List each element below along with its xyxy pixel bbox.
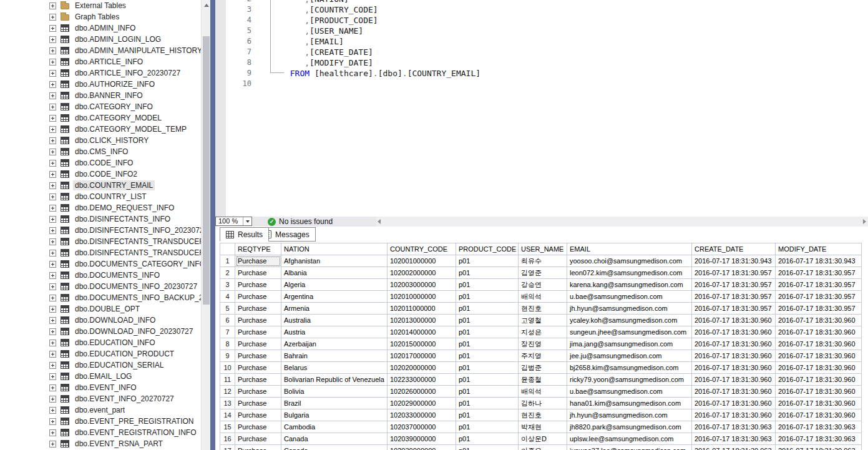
expand-plus-icon[interactable] xyxy=(49,328,56,335)
grid-cell[interactable]: 2016-07-17 18:31:30.957 xyxy=(776,303,862,315)
grid-cell[interactable]: Purchase xyxy=(235,374,281,386)
grid-cell[interactable]: p01 xyxy=(456,350,519,362)
grid-cell[interactable]: 주지영 xyxy=(519,350,567,362)
grid-cell[interactable]: 이상운D xyxy=(519,433,567,445)
row-number-cell[interactable]: 9 xyxy=(220,350,235,362)
row-number-cell[interactable]: 16 xyxy=(220,433,235,445)
expand-plus-icon[interactable] xyxy=(49,272,56,279)
expand-plus-icon[interactable] xyxy=(49,418,56,425)
grid-cell[interactable]: 2016-07-17 18:31:30.963 xyxy=(692,433,776,445)
row-number-cell[interactable]: 1 xyxy=(220,255,235,267)
grid-cell[interactable]: Purchase xyxy=(235,255,281,267)
tree-item-dbo-email-log[interactable]: dbo.EMAIL_LOG xyxy=(0,371,201,382)
row-number-cell[interactable]: 10 xyxy=(220,362,235,374)
grid-cell[interactable]: 2016-07-17 18:31:30.960 xyxy=(692,409,776,421)
grid-cell[interactable]: leon072.kim@samsungmedison.com xyxy=(567,267,692,279)
grid-cell[interactable]: 김하나 xyxy=(519,398,567,409)
expand-plus-icon[interactable] xyxy=(49,250,56,257)
row-number-cell[interactable]: 7 xyxy=(220,326,235,338)
grid-cell[interactable]: 102037000000 xyxy=(388,421,456,433)
row-number-cell[interactable]: 8 xyxy=(220,338,235,350)
zoom-level-combobox[interactable]: 100 % xyxy=(215,217,252,226)
grid-cell[interactable]: 102026000000 xyxy=(388,386,456,398)
grid-cell[interactable]: Armenia xyxy=(281,303,388,315)
editor-horizontal-scrollbar[interactable] xyxy=(376,217,868,227)
grid-cell[interactable]: p01 xyxy=(456,315,519,326)
grid-cell[interactable]: 박재현 xyxy=(519,421,567,433)
tree-item-dbo-disinfectants-info-20230727[interactable]: dbo.DISINFECTANTS_INFO_20230727 xyxy=(0,225,201,236)
grid-cell[interactable]: p01 xyxy=(456,338,519,350)
column-header-rownum[interactable] xyxy=(220,243,235,255)
expand-plus-icon[interactable] xyxy=(49,340,56,346)
tree-item-dbo-cms-info[interactable]: dbo.CMS_INFO xyxy=(0,146,201,157)
grid-cell[interactable]: u.bae@samsungmedison.com xyxy=(567,291,692,303)
tree-item-dbo-education-info[interactable]: dbo.EDUCATION_INFO xyxy=(0,337,201,348)
expand-plus-icon[interactable] xyxy=(49,70,56,77)
expand-plus-icon[interactable] xyxy=(49,306,56,313)
tree-item-dbo-event-rsna-part[interactable]: dbo.EVENT_RSNA_PART xyxy=(0,438,201,449)
tree-item-dbo-event-info-20270727[interactable]: dbo.EVENT_INFO_20270727 xyxy=(0,393,201,404)
column-header-EMAIL[interactable]: EMAIL xyxy=(567,243,692,255)
grid-cell[interactable]: Austria xyxy=(281,326,388,338)
grid-cell[interactable]: Purchase xyxy=(235,421,281,433)
grid-cell[interactable]: p01 xyxy=(456,386,519,398)
expand-plus-icon[interactable] xyxy=(49,92,56,99)
tab-results[interactable]: Results xyxy=(220,227,269,242)
grid-cell[interactable]: 102029000000 xyxy=(388,398,456,409)
grid-cell[interactable]: 2016-07-17 18:31:30.960 xyxy=(776,315,862,326)
row-number-cell[interactable]: 11 xyxy=(220,374,235,386)
expand-plus-icon[interactable] xyxy=(49,149,56,155)
tree-item-dbo-documents-category-info[interactable]: dbo.DOCUMENTS_CATEGORY_INFO xyxy=(0,258,201,270)
tree-item-dbo-admin-info[interactable]: dbo.ADMIN_INFO xyxy=(0,22,201,34)
column-header-NATION[interactable]: NATION xyxy=(281,243,388,255)
grid-cell[interactable]: Azerbaijan xyxy=(281,338,388,350)
grid-cell[interactable]: Cambodia xyxy=(281,421,388,433)
expand-plus-icon[interactable] xyxy=(49,182,56,189)
grid-cell[interactable]: Argentina xyxy=(281,291,388,303)
grid-cell[interactable]: p01 xyxy=(456,303,519,315)
column-header-MODIFY_DATE[interactable]: MODIFY_DATE xyxy=(776,243,862,255)
grid-cell[interactable]: jima.jang@samsungmedison.com xyxy=(567,338,692,350)
grid-cell[interactable]: 102039000000 xyxy=(388,445,456,450)
grid-cell[interactable]: Purchase xyxy=(235,386,281,398)
grid-cell[interactable]: 2016-07-17 18:31:30.960 xyxy=(776,374,862,386)
column-header-COUNTRY_CODE[interactable]: COUNTRY_CODE xyxy=(388,243,456,255)
grid-cell[interactable]: 현진호 xyxy=(519,409,567,421)
expand-plus-icon[interactable] xyxy=(49,295,56,301)
expand-plus-icon[interactable] xyxy=(49,317,56,324)
sql-code-editor[interactable]: 2,[NATION]3,[COUNTRY_CODE]4,[PRODUCT_COD… xyxy=(215,0,868,217)
column-header-USER_NAME[interactable]: USER_NAME xyxy=(519,243,567,255)
grid-cell[interactable]: p01 xyxy=(456,433,519,445)
tree-item-dbo-download-info-20230727[interactable]: dbo.DOWNLOAD_INFO_20230727 xyxy=(0,326,201,337)
expand-plus-icon[interactable] xyxy=(49,47,56,54)
row-number-cell[interactable]: 12 xyxy=(220,386,235,398)
grid-cell[interactable]: Purchase xyxy=(235,398,281,409)
tree-item-dbo-disinfectants-transducer-in[interactable]: dbo.DISINFECTANTS_TRANSDUCER_IN xyxy=(0,247,201,258)
expand-plus-icon[interactable] xyxy=(49,59,56,66)
tree-item-dbo-code-info2[interactable]: dbo.CODE_INFO2 xyxy=(0,169,201,180)
expand-plus-icon[interactable] xyxy=(49,384,56,391)
expand-plus-icon[interactable] xyxy=(49,238,56,245)
grid-cell[interactable]: p01 xyxy=(456,398,519,409)
grid-cell[interactable]: Canada xyxy=(281,433,388,445)
grid-cell[interactable]: p01 xyxy=(456,326,519,338)
grid-cell[interactable]: 2016-07-17 18:31:30.957 xyxy=(776,291,862,303)
expand-plus-icon[interactable] xyxy=(49,216,56,223)
tree-item-dbo-admin-login-log[interactable]: dbo.ADMIN_LOGIN_LOG xyxy=(0,34,201,45)
grid-cell[interactable]: p01 xyxy=(456,374,519,386)
grid-cell[interactable]: Bulgaria xyxy=(281,409,388,421)
expand-plus-icon[interactable] xyxy=(49,407,56,414)
grid-cell[interactable]: p01 xyxy=(456,279,519,291)
grid-cell[interactable]: 2016-07-17 18:31:30.960 xyxy=(776,386,862,398)
column-header-CREATE_DATE[interactable]: CREATE_DATE xyxy=(692,243,776,255)
scrollbar-thumb[interactable] xyxy=(203,36,210,305)
expand-plus-icon[interactable] xyxy=(49,81,56,88)
tree-item-dbo-article-info[interactable]: dbo.ARTICLE_INFO xyxy=(0,56,201,67)
expand-plus-icon[interactable] xyxy=(49,171,56,178)
expand-plus-icon[interactable] xyxy=(49,205,56,212)
row-number-cell[interactable]: 5 xyxy=(220,303,235,315)
grid-cell[interactable]: 102010000000 xyxy=(388,291,456,303)
expand-plus-icon[interactable] xyxy=(49,351,56,358)
grid-cell[interactable]: junwoo37.lee@samsungmedison.com xyxy=(567,445,692,450)
grid-cell[interactable]: 2016-07-17 18:31:30.957 xyxy=(776,267,862,279)
